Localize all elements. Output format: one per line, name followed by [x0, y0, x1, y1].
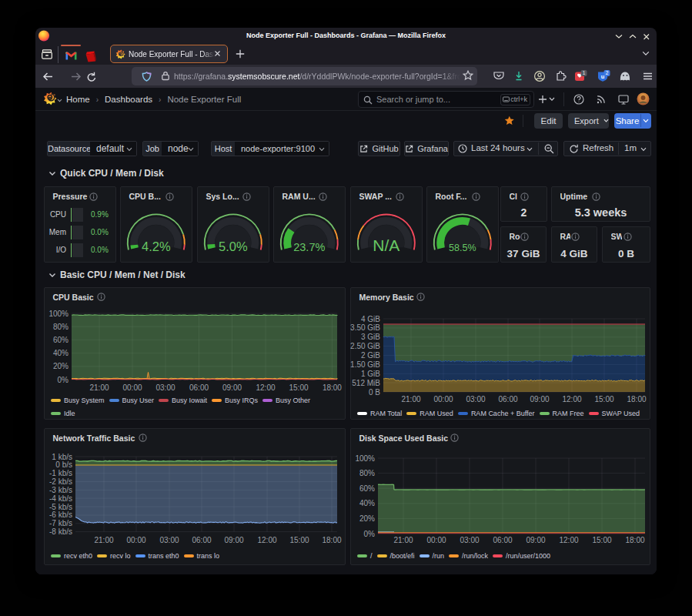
svg-text:1: 1: [583, 70, 586, 75]
svg-text:N/A: N/A: [373, 236, 399, 254]
svg-text:23.7%: 23.7%: [293, 241, 325, 253]
svg-text:58.5%: 58.5%: [449, 243, 476, 253]
svg-text:5.0%: 5.0%: [219, 239, 248, 253]
svg-text:2: 2: [606, 70, 609, 75]
svg-text:4.2%: 4.2%: [142, 239, 171, 253]
